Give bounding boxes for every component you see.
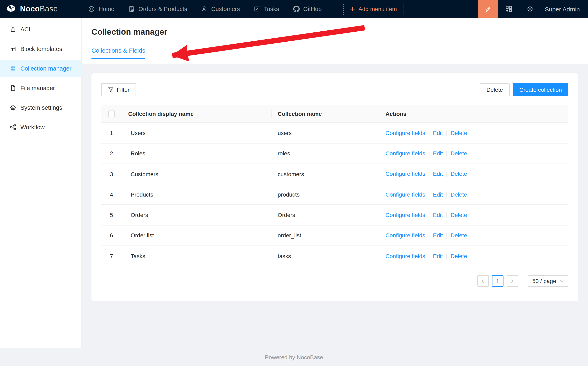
header-actions: Actions: [379, 105, 568, 123]
plugin-manager-button[interactable]: [498, 0, 519, 18]
row-collection-name: order_list: [271, 225, 379, 246]
action-divider: [446, 254, 447, 259]
app-root: NocoBase Home Ord: [0, 0, 588, 366]
nav-item-label: Orders & Products: [138, 6, 187, 12]
row-collection-name: tasks: [271, 246, 379, 266]
table-row: 7 Tasks tasks Configure fieldsEditDelete: [101, 246, 568, 266]
row-index: 5: [101, 205, 122, 225]
user-menu[interactable]: Super Admin: [541, 0, 588, 18]
gear-icon: [526, 5, 534, 13]
user-name: Super Admin: [545, 6, 580, 12]
configure-fields-link[interactable]: Configure fields: [385, 171, 425, 177]
content-pad: Filter Delete Create collection Coll: [82, 64, 588, 311]
configure-fields-link[interactable]: Configure fields: [385, 130, 425, 136]
chevron-left-icon: [481, 279, 485, 283]
add-menu-item-button[interactable]: Add menu item: [343, 3, 403, 15]
nav-item-tasks[interactable]: Tasks: [247, 0, 286, 18]
action-divider: [429, 233, 429, 239]
ui-editor-button[interactable]: [478, 0, 498, 18]
edit-link[interactable]: Edit: [433, 253, 443, 259]
main-row: ACL Block templates C: [0, 18, 588, 348]
settings-button[interactable]: [519, 0, 541, 18]
sidebar-item-acl[interactable]: ACL: [0, 21, 81, 38]
edit-link[interactable]: Edit: [433, 212, 443, 218]
row-actions: Configure fieldsEditDelete: [379, 123, 568, 143]
filter-button[interactable]: Filter: [101, 83, 136, 96]
person-icon: [201, 6, 208, 12]
table-header-row: Collection display name Collection name …: [101, 105, 568, 123]
configure-fields-link[interactable]: Configure fields: [385, 232, 425, 239]
configure-fields-link[interactable]: Configure fields: [385, 191, 425, 198]
select-all-checkbox[interactable]: [108, 111, 115, 117]
navbar-right: Super Admin: [478, 0, 588, 18]
logo-text: NocoBase: [20, 5, 58, 14]
tab-collections-and-fields[interactable]: Collections & Fields: [91, 47, 145, 59]
edit-link[interactable]: Edit: [433, 191, 443, 198]
row-index: 4: [101, 184, 122, 205]
edit-link[interactable]: Edit: [433, 130, 443, 136]
collections-card: Filter Delete Create collection Coll: [91, 73, 578, 302]
action-divider: [429, 171, 429, 177]
row-actions: Configure fieldsEditDelete: [379, 184, 568, 205]
action-divider: [429, 130, 429, 136]
sidebar: ACL Block templates C: [0, 18, 82, 348]
appstore-add-icon: [505, 5, 512, 13]
row-display-name: Users: [122, 123, 271, 143]
action-divider: [429, 192, 429, 198]
toolbar-right: Delete Create collection: [480, 83, 569, 96]
pagination-page-1[interactable]: 1: [492, 275, 503, 287]
configure-fields-link[interactable]: Configure fields: [385, 212, 425, 218]
row-index: 2: [101, 143, 122, 164]
nav-item-customers[interactable]: Customers: [194, 0, 247, 18]
configure-fields-link[interactable]: Configure fields: [385, 253, 425, 259]
page-size-select[interactable]: 50 / page: [528, 275, 568, 287]
delete-link[interactable]: Delete: [451, 212, 467, 218]
pagination-prev-button[interactable]: [477, 275, 489, 287]
edit-link[interactable]: Edit: [433, 232, 443, 239]
sidebar-item-system-settings[interactable]: System settings: [0, 99, 81, 116]
sidebar-item-block-templates[interactable]: Block templates: [0, 41, 81, 57]
row-display-name: Order list: [122, 225, 271, 246]
table-row: 4 Products products Configure fieldsEdit…: [101, 184, 568, 205]
delete-link[interactable]: Delete: [451, 130, 467, 136]
nav-item-label: Home: [99, 6, 114, 12]
edit-link[interactable]: Edit: [433, 171, 443, 177]
delete-link[interactable]: Delete: [451, 191, 467, 198]
row-collection-name: customers: [271, 164, 379, 184]
sidebar-item-file-manager[interactable]: File manager: [0, 80, 81, 96]
nocobase-logo[interactable]: NocoBase: [0, 0, 58, 18]
sidebar-item-collection-manager[interactable]: Collection manager: [0, 60, 81, 77]
row-actions: Configure fieldsEditDelete: [379, 143, 568, 164]
chevron-down-icon: [560, 279, 564, 283]
sidebar-item-label: ACL: [20, 26, 32, 33]
delete-link[interactable]: Delete: [451, 253, 467, 259]
action-divider: [446, 233, 447, 239]
lock-icon: [10, 26, 16, 33]
edit-link[interactable]: Edit: [433, 150, 443, 157]
pagination-next-button[interactable]: [507, 275, 518, 287]
nav-item-label: Tasks: [264, 6, 279, 12]
row-actions: Configure fieldsEditDelete: [379, 225, 568, 246]
check-square-icon: [254, 6, 260, 12]
create-collection-button-label: Create collection: [519, 86, 562, 93]
action-divider: [446, 130, 447, 136]
database-icon: [10, 65, 16, 72]
nav-item-orders-products[interactable]: Orders & Products: [121, 0, 194, 18]
row-index: 7: [101, 246, 122, 266]
create-collection-button[interactable]: Create collection: [513, 83, 568, 96]
delete-link[interactable]: Delete: [451, 150, 467, 157]
sidebar-item-workflow[interactable]: Workflow: [0, 119, 81, 135]
action-divider: [446, 151, 447, 157]
delete-link[interactable]: Delete: [451, 171, 467, 177]
configure-fields-link[interactable]: Configure fields: [385, 150, 425, 157]
smiley-icon: [88, 6, 95, 12]
delete-button[interactable]: Delete: [480, 83, 510, 96]
table-row: 5 Orders Orders Configure fieldsEditDele…: [101, 205, 568, 225]
footer-text: Powered by NocoBase: [265, 354, 323, 360]
nav-item-github[interactable]: GitHub: [286, 0, 328, 18]
top-navbar: NocoBase Home Ord: [0, 0, 588, 18]
filter-button-label: Filter: [117, 86, 129, 93]
nav-item-home[interactable]: Home: [81, 0, 121, 18]
sidebar-item-label: Block templates: [20, 46, 62, 52]
delete-link[interactable]: Delete: [451, 232, 467, 239]
